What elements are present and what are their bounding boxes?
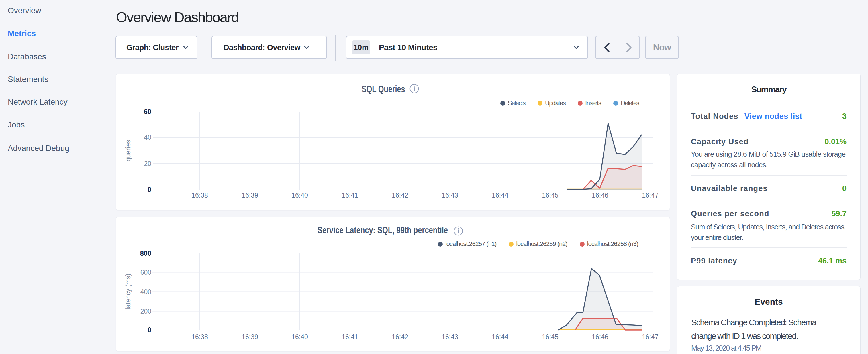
svg-text:16:43: 16:43 [442, 333, 458, 341]
svg-text:60: 60 [144, 108, 151, 116]
svg-text:16:44: 16:44 [492, 333, 508, 341]
svg-text:16:38: 16:38 [191, 333, 208, 341]
svg-text:0: 0 [148, 186, 151, 193]
svg-text:16:40: 16:40 [291, 333, 308, 341]
svg-text:16:39: 16:39 [242, 192, 258, 199]
svg-text:16:46: 16:46 [592, 192, 608, 199]
svg-text:16:47: 16:47 [642, 333, 658, 341]
svg-text:600: 600 [141, 269, 151, 276]
svg-text:16:46: 16:46 [592, 333, 608, 341]
svg-text:40: 40 [144, 134, 151, 141]
svg-text:400: 400 [141, 288, 151, 296]
svg-text:16:40: 16:40 [291, 192, 308, 199]
svg-text:16:42: 16:42 [392, 192, 408, 199]
svg-text:16:45: 16:45 [542, 333, 559, 341]
svg-text:16:44: 16:44 [492, 192, 508, 199]
svg-text:16:43: 16:43 [442, 192, 458, 199]
svg-text:16:38: 16:38 [191, 192, 208, 199]
svg-text:16:47: 16:47 [642, 192, 658, 199]
svg-text:16:41: 16:41 [342, 192, 358, 199]
svg-text:16:45: 16:45 [542, 192, 559, 199]
svg-text:16:39: 16:39 [242, 333, 258, 341]
svg-text:800: 800 [140, 250, 151, 257]
svg-text:16:41: 16:41 [342, 333, 358, 341]
svg-text:16:42: 16:42 [392, 333, 408, 341]
svg-text:queries: queries [124, 140, 132, 161]
svg-text:20: 20 [144, 160, 151, 167]
svg-text:200: 200 [141, 308, 151, 315]
svg-text:0: 0 [148, 326, 151, 334]
svg-text:latency (ms): latency (ms) [124, 273, 132, 309]
